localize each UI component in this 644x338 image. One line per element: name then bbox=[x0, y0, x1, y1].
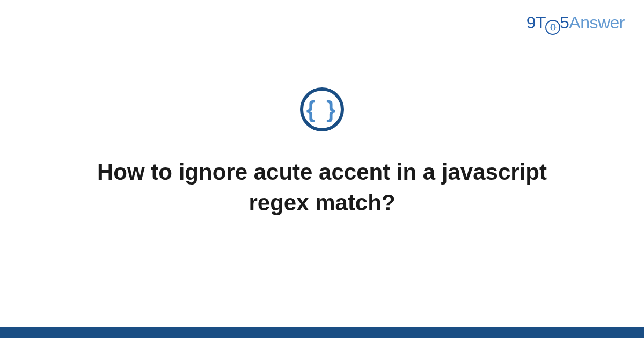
main-content: { } How to ignore acute accent in a java… bbox=[0, 0, 644, 338]
braces-icon: { } bbox=[306, 98, 338, 121]
footer-bar bbox=[0, 327, 644, 338]
category-icon: { } bbox=[300, 87, 344, 131]
question-title: How to ignore acute accent in a javascri… bbox=[80, 157, 564, 218]
